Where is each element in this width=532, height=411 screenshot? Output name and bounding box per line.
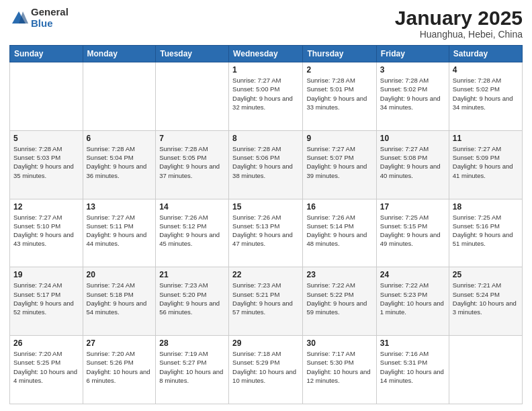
title-block: January 2025 Huanghua, Hebei, China: [395, 7, 523, 40]
weekday-header-row: SundayMondayTuesdayWednesdayThursdayFrid…: [10, 46, 523, 62]
calendar-cell: [449, 336, 522, 404]
day-info: Sunrise: 7:24 AMSunset: 5:18 PMDaylight:…: [87, 281, 152, 316]
day-info: Sunrise: 7:22 AMSunset: 5:22 PMDaylight:…: [306, 281, 372, 316]
header: General Blue January 2025 Huanghua, Hebe…: [9, 7, 523, 40]
weekday-header: Friday: [376, 46, 449, 62]
calendar-cell: 29Sunrise: 7:18 AMSunset: 5:29 PMDayligh…: [229, 336, 303, 404]
calendar-table: SundayMondayTuesdayWednesdayThursdayFrid…: [9, 45, 523, 404]
calendar-cell: 12Sunrise: 7:27 AMSunset: 5:10 PMDayligh…: [10, 199, 83, 267]
weekday-header: Sunday: [10, 46, 83, 62]
calendar-week-row: 1Sunrise: 7:27 AMSunset: 5:00 PMDaylight…: [10, 62, 523, 131]
day-info: Sunrise: 7:28 AMSunset: 5:01 PMDaylight:…: [306, 76, 372, 111]
calendar-cell: [10, 62, 83, 131]
day-number: 7: [159, 134, 225, 143]
day-number: 9: [306, 134, 372, 143]
day-info: Sunrise: 7:26 AMSunset: 5:12 PMDaylight:…: [159, 213, 225, 248]
day-info: Sunrise: 7:23 AMSunset: 5:21 PMDaylight:…: [232, 281, 299, 316]
day-info: Sunrise: 7:27 AMSunset: 5:00 PMDaylight:…: [232, 76, 299, 111]
day-info: Sunrise: 7:28 AMSunset: 5:04 PMDaylight:…: [87, 144, 152, 180]
calendar-cell: 27Sunrise: 7:20 AMSunset: 5:26 PMDayligh…: [83, 336, 156, 404]
day-info: Sunrise: 7:27 AMSunset: 5:08 PMDaylight:…: [380, 144, 445, 180]
calendar-subtitle: Huanghua, Hebei, China: [395, 29, 523, 40]
day-number: 22: [232, 270, 299, 279]
day-info: Sunrise: 7:27 AMSunset: 5:07 PMDaylight:…: [306, 144, 372, 180]
day-number: 16: [306, 202, 372, 212]
day-info: Sunrise: 7:28 AMSunset: 5:05 PMDaylight:…: [159, 144, 225, 180]
calendar-week-row: 19Sunrise: 7:24 AMSunset: 5:17 PMDayligh…: [10, 267, 523, 336]
day-number: 8: [232, 134, 299, 143]
logo-text: General Blue: [31, 7, 69, 29]
day-number: 28: [159, 338, 225, 348]
day-info: Sunrise: 7:25 AMSunset: 5:16 PMDaylight:…: [453, 213, 519, 248]
calendar-cell: 18Sunrise: 7:25 AMSunset: 5:16 PMDayligh…: [449, 199, 522, 267]
calendar-cell: 14Sunrise: 7:26 AMSunset: 5:12 PMDayligh…: [156, 199, 229, 267]
day-info: Sunrise: 7:27 AMSunset: 5:11 PMDaylight:…: [87, 213, 152, 248]
day-number: 5: [13, 134, 79, 143]
day-number: 31: [380, 338, 445, 348]
day-info: Sunrise: 7:27 AMSunset: 5:09 PMDaylight:…: [453, 144, 519, 180]
weekday-header: Saturday: [449, 46, 522, 62]
calendar-header: SundayMondayTuesdayWednesdayThursdayFrid…: [10, 46, 523, 62]
calendar-cell: 2Sunrise: 7:28 AMSunset: 5:01 PMDaylight…: [303, 62, 376, 131]
calendar-cell: [83, 62, 156, 131]
day-info: Sunrise: 7:28 AMSunset: 5:06 PMDaylight:…: [232, 144, 299, 180]
day-number: 11: [453, 134, 519, 143]
day-number: 26: [13, 338, 79, 348]
weekday-header: Thursday: [303, 46, 376, 62]
day-info: Sunrise: 7:26 AMSunset: 5:13 PMDaylight:…: [232, 213, 299, 248]
day-info: Sunrise: 7:16 AMSunset: 5:31 PMDaylight:…: [380, 349, 445, 385]
calendar-cell: 9Sunrise: 7:27 AMSunset: 5:07 PMDaylight…: [303, 130, 376, 199]
calendar-cell: [156, 62, 229, 131]
day-number: 1: [232, 65, 299, 75]
day-number: 18: [453, 202, 519, 212]
calendar-cell: 10Sunrise: 7:27 AMSunset: 5:08 PMDayligh…: [376, 130, 449, 199]
calendar-cell: 8Sunrise: 7:28 AMSunset: 5:06 PMDaylight…: [229, 130, 303, 199]
calendar-cell: 11Sunrise: 7:27 AMSunset: 5:09 PMDayligh…: [449, 130, 522, 199]
calendar-cell: 15Sunrise: 7:26 AMSunset: 5:13 PMDayligh…: [229, 199, 303, 267]
calendar-cell: 6Sunrise: 7:28 AMSunset: 5:04 PMDaylight…: [83, 130, 156, 199]
day-number: 21: [159, 270, 225, 279]
weekday-header: Wednesday: [229, 46, 303, 62]
calendar-cell: 30Sunrise: 7:17 AMSunset: 5:30 PMDayligh…: [303, 336, 376, 404]
day-info: Sunrise: 7:27 AMSunset: 5:10 PMDaylight:…: [13, 213, 79, 248]
day-info: Sunrise: 7:20 AMSunset: 5:25 PMDaylight:…: [13, 349, 79, 385]
day-number: 6: [87, 134, 152, 143]
calendar-cell: 4Sunrise: 7:28 AMSunset: 5:02 PMDaylight…: [449, 62, 522, 131]
calendar-cell: 24Sunrise: 7:22 AMSunset: 5:23 PMDayligh…: [376, 267, 449, 336]
calendar-cell: 5Sunrise: 7:28 AMSunset: 5:03 PMDaylight…: [10, 130, 83, 199]
calendar-cell: 22Sunrise: 7:23 AMSunset: 5:21 PMDayligh…: [229, 267, 303, 336]
day-number: 14: [159, 202, 225, 212]
day-number: 12: [13, 202, 79, 212]
day-info: Sunrise: 7:26 AMSunset: 5:14 PMDaylight:…: [306, 213, 372, 248]
logo-icon: [9, 9, 28, 28]
day-number: 2: [306, 65, 372, 75]
calendar-cell: 25Sunrise: 7:21 AMSunset: 5:24 PMDayligh…: [449, 267, 522, 336]
day-number: 29: [232, 338, 299, 348]
day-info: Sunrise: 7:22 AMSunset: 5:23 PMDaylight:…: [380, 281, 445, 316]
calendar-cell: 20Sunrise: 7:24 AMSunset: 5:18 PMDayligh…: [83, 267, 156, 336]
day-info: Sunrise: 7:17 AMSunset: 5:30 PMDaylight:…: [306, 349, 372, 385]
day-info: Sunrise: 7:23 AMSunset: 5:20 PMDaylight:…: [159, 281, 225, 316]
day-number: 15: [232, 202, 299, 212]
calendar-cell: 7Sunrise: 7:28 AMSunset: 5:05 PMDaylight…: [156, 130, 229, 199]
calendar-cell: 26Sunrise: 7:20 AMSunset: 5:25 PMDayligh…: [10, 336, 83, 404]
day-info: Sunrise: 7:18 AMSunset: 5:29 PMDaylight:…: [232, 349, 299, 385]
calendar-body: 1Sunrise: 7:27 AMSunset: 5:00 PMDaylight…: [10, 62, 523, 404]
day-info: Sunrise: 7:20 AMSunset: 5:26 PMDaylight:…: [87, 349, 152, 385]
day-info: Sunrise: 7:28 AMSunset: 5:02 PMDaylight:…: [380, 76, 445, 111]
calendar-cell: 13Sunrise: 7:27 AMSunset: 5:11 PMDayligh…: [83, 199, 156, 267]
day-info: Sunrise: 7:28 AMSunset: 5:02 PMDaylight:…: [453, 76, 519, 111]
calendar-container: General Blue January 2025 Huanghua, Hebe…: [0, 0, 532, 411]
weekday-header: Monday: [83, 46, 156, 62]
calendar-cell: 21Sunrise: 7:23 AMSunset: 5:20 PMDayligh…: [156, 267, 229, 336]
calendar-cell: 17Sunrise: 7:25 AMSunset: 5:15 PMDayligh…: [376, 199, 449, 267]
day-number: 23: [306, 270, 372, 279]
day-info: Sunrise: 7:21 AMSunset: 5:24 PMDaylight:…: [453, 281, 519, 316]
day-number: 30: [306, 338, 372, 348]
calendar-week-row: 12Sunrise: 7:27 AMSunset: 5:10 PMDayligh…: [10, 199, 523, 267]
day-info: Sunrise: 7:24 AMSunset: 5:17 PMDaylight:…: [13, 281, 79, 316]
calendar-cell: 31Sunrise: 7:16 AMSunset: 5:31 PMDayligh…: [376, 336, 449, 404]
calendar-cell: 16Sunrise: 7:26 AMSunset: 5:14 PMDayligh…: [303, 199, 376, 267]
day-info: Sunrise: 7:28 AMSunset: 5:03 PMDaylight:…: [13, 144, 79, 180]
day-number: 25: [453, 270, 519, 279]
